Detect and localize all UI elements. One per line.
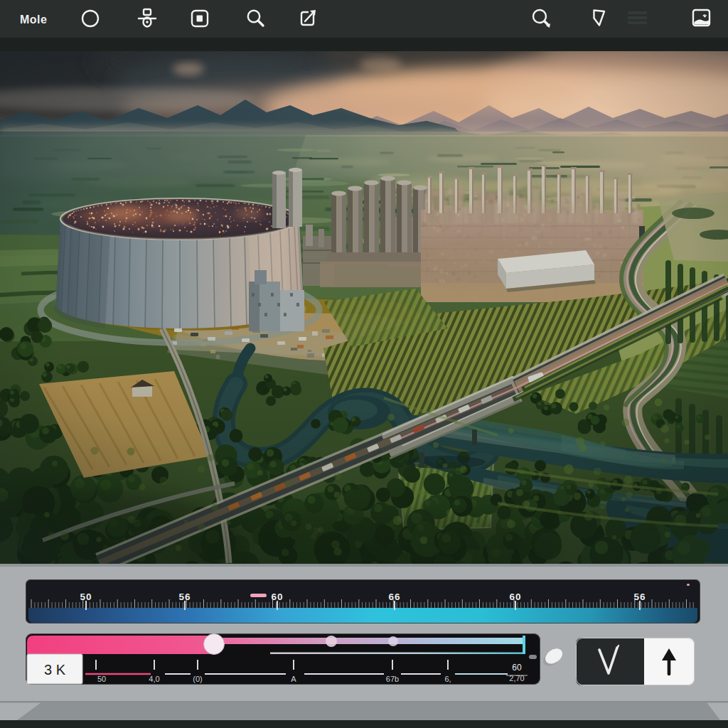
- svg-text:4,0: 4,0: [149, 675, 159, 683]
- svg-text:A: A: [291, 675, 296, 683]
- svg-text:60: 60: [512, 663, 522, 673]
- svg-text:56: 56: [633, 592, 646, 602]
- svg-text:6,: 6,: [444, 675, 451, 683]
- svg-text:60: 60: [509, 592, 521, 602]
- svg-text:(0): (0): [193, 675, 202, 683]
- svg-text:60: 60: [271, 592, 283, 602]
- svg-text:Mole: Mole: [20, 14, 47, 26]
- svg-text:66: 66: [388, 592, 400, 602]
- svg-text:50: 50: [97, 675, 106, 683]
- svg-text:67b: 67b: [386, 675, 399, 683]
- svg-text:3 K: 3 K: [44, 662, 66, 678]
- svg-text:56: 56: [178, 592, 191, 602]
- svg-text:50: 50: [80, 592, 92, 602]
